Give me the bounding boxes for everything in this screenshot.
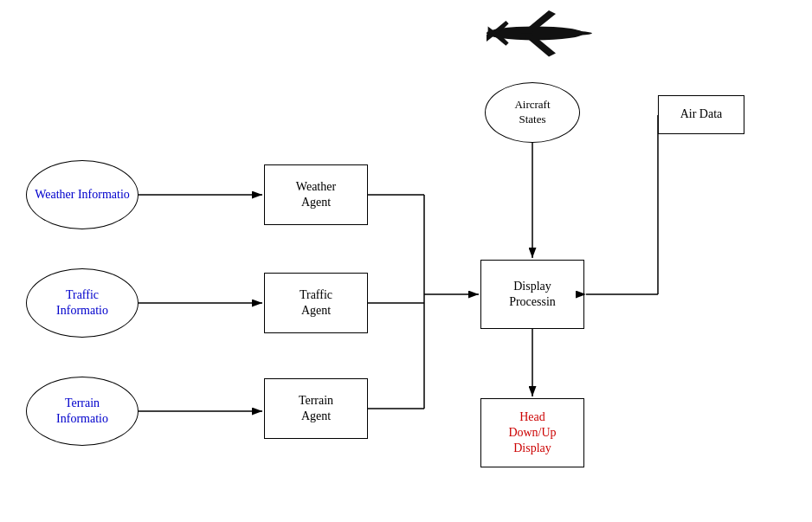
aircraft-icon: [459, 4, 597, 65]
weather-agent-label: WeatherAgent: [296, 179, 336, 210]
traffic-info-label: TrafficInformatio: [56, 287, 108, 319]
weather-agent-rect: WeatherAgent: [264, 164, 368, 225]
weather-info-label: Weather Informatio: [35, 187, 130, 203]
head-down-display-rect: HeadDown/UpDisplay: [480, 398, 584, 467]
terrain-info-ellipse: TerrainInformatio: [26, 377, 139, 446]
aircraft-states-label: AircraftStates: [514, 98, 550, 127]
arrows-svg: [0, 0, 812, 522]
air-data-label: Air Data: [680, 106, 723, 122]
aircraft-states-ellipse: AircraftStates: [485, 82, 580, 143]
air-data-rect: Air Data: [658, 95, 744, 134]
display-processing-label: DisplayProcessin: [509, 279, 556, 310]
terrain-info-label: TerrainInformatio: [56, 396, 108, 427]
display-processing-rect: DisplayProcessin: [480, 260, 584, 329]
head-down-display-label: HeadDown/UpDisplay: [508, 409, 556, 457]
weather-info-ellipse: Weather Informatio: [26, 160, 139, 229]
traffic-agent-label: TrafficAgent: [300, 287, 332, 319]
terrain-agent-rect: TerrainAgent: [264, 378, 368, 439]
diagram-container: Weather Informatio TrafficInformatio Ter…: [0, 0, 812, 522]
traffic-agent-rect: TrafficAgent: [264, 273, 368, 333]
terrain-agent-label: TerrainAgent: [299, 393, 333, 424]
traffic-info-ellipse: TrafficInformatio: [26, 268, 139, 338]
